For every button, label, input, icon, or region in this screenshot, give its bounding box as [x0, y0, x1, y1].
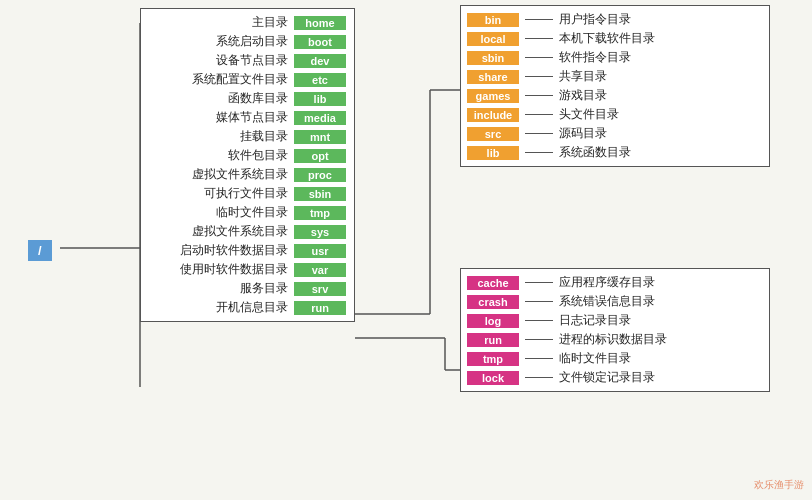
sub-desc-lock: 文件锁定记录目录	[559, 370, 655, 385]
dir-row-home: 主目录 home	[141, 13, 354, 32]
sub-badge-share: share	[467, 70, 519, 84]
sub-line-log	[525, 320, 553, 322]
dir-label-lib: 函数库目录	[145, 91, 288, 106]
sub-desc-log: 日志记录目录	[559, 313, 631, 328]
dir-badge-dev: dev	[294, 54, 346, 68]
sub-row-sbin: sbin 软件指令目录	[461, 48, 769, 67]
dir-badge-media: media	[294, 111, 346, 125]
sub-desc-bin: 用户指令目录	[559, 12, 631, 27]
sub-badge-src: src	[467, 127, 519, 141]
sub-line-share	[525, 76, 553, 78]
dir-badge-boot: boot	[294, 35, 346, 49]
dir-row-dev: 设备节点目录 dev	[141, 51, 354, 70]
sub-badge-crash: crash	[467, 295, 519, 309]
dir-badge-mnt: mnt	[294, 130, 346, 144]
sub-row-crash: crash 系统错误信息目录	[461, 292, 769, 311]
sub-badge-cache: cache	[467, 276, 519, 290]
sub-row-lock: lock 文件锁定记录目录	[461, 368, 769, 387]
sub-row-games: games 游戏目录	[461, 86, 769, 105]
dir-label-etc: 系统配置文件目录	[145, 72, 288, 87]
sub-badge-lib: lib	[467, 146, 519, 160]
dir-label-sbin: 可执行文件目录	[145, 186, 288, 201]
sub-desc-sbin: 软件指令目录	[559, 50, 631, 65]
dir-badge-lib: lib	[294, 92, 346, 106]
sub-desc-share: 共享目录	[559, 69, 607, 84]
sub-line-cache	[525, 282, 553, 284]
dir-badge-home: home	[294, 16, 346, 30]
dir-label-opt: 软件包目录	[145, 148, 288, 163]
sub-line-run-var	[525, 339, 553, 341]
dir-row-srv: 服务目录 srv	[141, 279, 354, 298]
sub-desc-games: 游戏目录	[559, 88, 607, 103]
dir-row-sbin: 可执行文件目录 sbin	[141, 184, 354, 203]
sub-desc-local: 本机下载软件目录	[559, 31, 655, 46]
sub-row-tmp-var: tmp 临时文件目录	[461, 349, 769, 368]
main-directory-box: 主目录 home 系统启动目录 boot 设备节点目录 dev 系统配置文件目录…	[140, 8, 355, 322]
dir-label-tmp: 临时文件目录	[145, 205, 288, 220]
diagram: / 主目录 home 系统启动目录 boot 设备节点目录 dev 系统配置文件…	[0, 0, 812, 500]
sub-badge-log: log	[467, 314, 519, 328]
sub-badge-bin: bin	[467, 13, 519, 27]
sub-line-sbin	[525, 57, 553, 59]
sub-badge-sbin: sbin	[467, 51, 519, 65]
sub-badge-include: include	[467, 108, 519, 122]
dir-badge-sbin: sbin	[294, 187, 346, 201]
sub-badge-tmp-var: tmp	[467, 352, 519, 366]
sub-row-bin: bin 用户指令目录	[461, 10, 769, 29]
sub-line-lib	[525, 152, 553, 154]
dir-label-mnt: 挂载目录	[145, 129, 288, 144]
sub-line-tmp-var	[525, 358, 553, 360]
dir-label-proc: 虚拟文件系统目录	[145, 167, 288, 182]
dir-label-boot: 系统启动目录	[145, 34, 288, 49]
dir-row-lib: 函数库目录 lib	[141, 89, 354, 108]
sub-row-include: include 头文件目录	[461, 105, 769, 124]
dir-badge-sys: sys	[294, 225, 346, 239]
sub-line-bin	[525, 19, 553, 21]
dir-row-sys: 虚拟文件系统目录 sys	[141, 222, 354, 241]
dir-row-tmp: 临时文件目录 tmp	[141, 203, 354, 222]
dir-badge-opt: opt	[294, 149, 346, 163]
dir-row-boot: 系统启动目录 boot	[141, 32, 354, 51]
sub-desc-include: 头文件目录	[559, 107, 619, 122]
watermark: 欢乐渔手游	[754, 478, 804, 492]
sub-desc-lib: 系统函数目录	[559, 145, 631, 160]
sub-row-run-var: run 进程的标识数据目录	[461, 330, 769, 349]
sub-row-lib: lib 系统函数目录	[461, 143, 769, 162]
dir-label-run: 开机信息目录	[145, 300, 288, 315]
sub-line-src	[525, 133, 553, 135]
dir-label-media: 媒体节点目录	[145, 110, 288, 125]
dir-badge-proc: proc	[294, 168, 346, 182]
sub-row-local: local 本机下载软件目录	[461, 29, 769, 48]
dir-badge-etc: etc	[294, 73, 346, 87]
sub-line-lock	[525, 377, 553, 379]
dir-badge-run: run	[294, 301, 346, 315]
sub-desc-crash: 系统错误信息目录	[559, 294, 655, 309]
dir-row-var: 使用时软件数据目录 var	[141, 260, 354, 279]
root-node: /	[28, 240, 52, 261]
sub-row-share: share 共享目录	[461, 67, 769, 86]
var-subdir-box: cache 应用程序缓存目录 crash 系统错误信息目录 log 日志记录目录…	[460, 268, 770, 392]
sub-badge-lock: lock	[467, 371, 519, 385]
sub-desc-cache: 应用程序缓存目录	[559, 275, 655, 290]
sub-desc-tmp-var: 临时文件目录	[559, 351, 631, 366]
dir-label-var: 使用时软件数据目录	[145, 262, 288, 277]
dir-label-usr: 启动时软件数据目录	[145, 243, 288, 258]
usr-subdir-box: bin 用户指令目录 local 本机下载软件目录 sbin 软件指令目录 sh…	[460, 5, 770, 167]
sub-line-local	[525, 38, 553, 40]
dir-label-home: 主目录	[145, 15, 288, 30]
sub-desc-run-var: 进程的标识数据目录	[559, 332, 667, 347]
dir-row-proc: 虚拟文件系统目录 proc	[141, 165, 354, 184]
dir-row-run: 开机信息目录 run	[141, 298, 354, 317]
sub-badge-run-var: run	[467, 333, 519, 347]
sub-desc-src: 源码目录	[559, 126, 607, 141]
dir-row-media: 媒体节点目录 media	[141, 108, 354, 127]
dir-row-opt: 软件包目录 opt	[141, 146, 354, 165]
sub-row-cache: cache 应用程序缓存目录	[461, 273, 769, 292]
sub-line-crash	[525, 301, 553, 303]
sub-line-include	[525, 114, 553, 116]
sub-row-src: src 源码目录	[461, 124, 769, 143]
sub-line-games	[525, 95, 553, 97]
sub-row-log: log 日志记录目录	[461, 311, 769, 330]
dir-badge-var: var	[294, 263, 346, 277]
dir-badge-usr: usr	[294, 244, 346, 258]
